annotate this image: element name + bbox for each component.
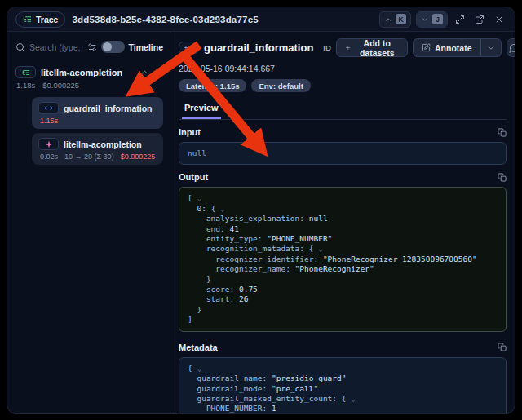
code-line: recognition_metadata: { ⌄	[188, 244, 498, 254]
code-line: end: 41	[188, 224, 498, 234]
code-line: guardrail_name: "presidio_guard"	[188, 374, 498, 383]
metadata-label: Metadata	[179, 343, 218, 352]
filter-sliders-icon[interactable]	[87, 42, 97, 52]
trace-tree-sidebar: Timeline litellm-acompletion	[7, 32, 170, 413]
observation-latency: 1.15s	[40, 117, 58, 125]
observation-metrics: 1.15s	[40, 117, 157, 125]
tab-preview[interactable]: Preview	[182, 99, 221, 119]
code-token: }	[188, 275, 211, 284]
code-token: end	[206, 224, 220, 233]
root-name: litellm-acompletion	[41, 68, 122, 77]
collapse-chevron-icon[interactable]: ⌄	[192, 193, 201, 202]
code-token: :	[230, 285, 239, 294]
code-line: score: 0.75	[188, 285, 498, 294]
output-json-viewer: [ ⌄ 0: { ⌄ analysis_explanation: null en…	[179, 187, 507, 331]
observation-item-guardrail-information[interactable]: guardrail_information 1.15s	[32, 97, 163, 129]
edit-pen-icon	[422, 43, 431, 52]
code-token: "pre_call"	[272, 384, 318, 393]
code-token: analysis_explanation	[206, 214, 299, 223]
external-link-icon	[475, 15, 484, 24]
event-type-pill	[179, 42, 199, 54]
close-button[interactable]	[492, 12, 507, 27]
copy-metadata-icon[interactable]	[498, 343, 507, 351]
code-token	[188, 285, 206, 294]
add-to-datasets-button[interactable]: Add to datasets	[336, 38, 408, 57]
code-token: guardrail_masked_entity_count	[197, 394, 332, 403]
expand-button[interactable]	[453, 12, 467, 27]
next-observation-button[interactable]: J	[416, 11, 448, 28]
annotate-dropdown-button[interactable]	[481, 38, 502, 57]
code-token: :	[220, 224, 229, 233]
code-token: 26	[239, 294, 248, 303]
code-token: "PhoneRecognizer"	[295, 264, 374, 273]
code-token: ]	[188, 315, 192, 324]
annotate-split-button: Annotate	[413, 38, 502, 57]
copy-output-icon[interactable]	[498, 173, 507, 182]
comment-bubble-icon	[509, 43, 515, 53]
topbar-actions: K J	[379, 11, 507, 28]
metadata-section: Metadata { ⌄ guardrail_name: "presidio_g…	[179, 343, 507, 414]
code-token	[188, 234, 206, 243]
chevron-up-icon[interactable]	[140, 68, 149, 77]
chevron-down-icon	[421, 15, 429, 24]
code-token: :	[285, 264, 294, 273]
observation-item-litellm-acompletion[interactable]: litellm-acompletion 0.02s 10 → 20 (Σ 30)…	[32, 133, 163, 165]
search-icon	[15, 42, 25, 52]
collapse-chevron-icon[interactable]: ⌄	[313, 244, 322, 253]
collapse-chevron-icon[interactable]: ⌄	[347, 394, 356, 403]
code-line: recognizer_name: "PhoneRecognizer"	[188, 264, 498, 274]
code-token: :	[263, 374, 272, 382]
code-token: guardrail_mode	[197, 384, 262, 393]
event-type-pill	[38, 102, 59, 114]
code-token	[188, 394, 197, 403]
search-input[interactable]	[29, 42, 83, 52]
observation-timestamp: 2025-05-16 09:44:14.667	[179, 64, 507, 73]
code-token	[188, 254, 215, 263]
close-icon	[494, 15, 504, 24]
timeline-label: Timeline	[129, 42, 163, 52]
timeline-toggle[interactable]	[101, 41, 125, 53]
code-token	[188, 404, 206, 413]
topbar: Trace 3dd538d8-b25e-4382-8fcc-03d293da77…	[7, 7, 515, 32]
code-token: :	[263, 404, 272, 413]
trace-type-pill	[15, 66, 36, 78]
maximize-icon	[455, 15, 465, 24]
code-token: :	[263, 384, 272, 393]
open-in-new-button[interactable]	[472, 12, 487, 27]
prev-observation-button[interactable]: K	[379, 11, 411, 28]
observation-title-row: guardrail_information	[38, 102, 157, 114]
tree-root-litellm-acompletion[interactable]: litellm-acompletion	[15, 66, 163, 78]
code-token: null	[188, 148, 206, 157]
code-line: }	[188, 275, 498, 285]
sparkle-icon	[45, 140, 53, 148]
chevron-up-icon	[384, 15, 392, 24]
code-line: recognizer_identifier: "PhoneRecognizer_…	[188, 254, 498, 264]
code-token	[188, 204, 197, 213]
input-json-viewer: null	[179, 142, 507, 165]
code-line: PHONE_NUMBER: 1	[188, 404, 498, 413]
code-token: :	[313, 254, 322, 263]
annotate-button[interactable]: Annotate	[413, 38, 481, 57]
search-row: Timeline	[15, 41, 163, 53]
code-token: :	[230, 294, 239, 303]
env-badge: Env: default	[251, 79, 310, 92]
arrows-horizontal-icon	[44, 104, 53, 113]
code-token: : {	[201, 204, 215, 213]
observation-metrics: 0.02s 10 → 20 (Σ 30) $0.000225	[40, 153, 157, 161]
observation-name: guardrail_information	[64, 104, 153, 113]
trace-tree-icon	[23, 15, 32, 24]
collapse-all-icon[interactable]	[154, 68, 163, 77]
code-line: guardrail_masked_entity_count: { ⌄	[188, 394, 498, 404]
badges-row: Latency: 1.15s Env: default	[179, 79, 507, 92]
code-line: { ⌄	[188, 364, 498, 374]
code-line: }	[188, 305, 498, 315]
code-line: ]	[188, 315, 498, 325]
comments-button[interactable]	[507, 38, 515, 57]
code-token: null	[309, 214, 328, 223]
detail-tabs: Preview	[179, 99, 507, 120]
collapse-chevron-icon[interactable]: ⌄	[215, 204, 224, 213]
copy-input-icon[interactable]	[498, 128, 507, 137]
code-token: entity_type	[206, 234, 258, 243]
code-line: null	[188, 148, 498, 158]
collapse-chevron-icon[interactable]: ⌄	[192, 364, 201, 373]
